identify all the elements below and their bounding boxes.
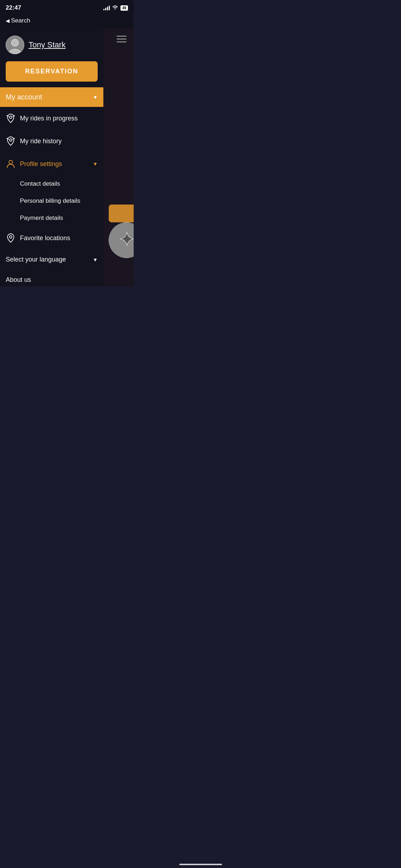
rides-progress-icon [6,113,16,123]
svg-point-1 [11,39,19,46]
rides-in-progress-item[interactable]: My rides in progress [0,107,103,130]
svg-point-5 [14,115,15,116]
about-us-item[interactable]: About us [0,270,103,286]
battery-icon: 49 [120,5,128,11]
profile-section: Tony Stark [0,29,103,60]
contact-details-item[interactable]: Contact details [0,175,103,192]
back-chevron-icon: ◀ [6,18,10,24]
billing-details-item[interactable]: Personal billing details [0,192,103,210]
language-dropdown-icon: ▼ [93,257,98,263]
svg-point-9 [9,160,12,164]
account-dropdown-icon: ▼ [93,94,98,100]
contact-details-label: Contact details [20,180,60,187]
status-time: 22:47 [6,4,21,11]
billing-details-label: Personal billing details [20,197,80,204]
profile-settings-label: Profile settings [20,160,88,168]
rides-progress-label: My rides in progress [20,115,78,122]
nav-bar: ◀ Search [0,14,134,29]
ride-history-item[interactable]: My ride history [0,130,103,153]
back-button[interactable]: ◀ Search [6,17,30,24]
favorite-locations-icon [6,233,16,243]
status-icons: 49 [103,5,128,11]
decorative-circle: ✦ [109,222,134,258]
payment-details-item[interactable]: Payment details [0,210,103,227]
payment-details-label: Payment details [20,215,63,221]
right-orange-button[interactable] [109,205,134,222]
status-bar: 22:47 49 [0,0,134,14]
hamburger-menu[interactable] [117,36,127,42]
back-label: Search [11,17,30,24]
svg-point-4 [7,115,8,116]
svg-point-10 [10,236,12,238]
main-layout: Tony Stark RESERVATION My account ▼ My r… [0,29,134,286]
favorite-locations-label: Favorite locations [20,234,70,242]
profile-settings-dropdown-icon: ▼ [93,161,98,167]
avatar [6,36,24,54]
ride-history-icon [6,136,16,146]
svg-point-3 [10,116,12,119]
favorite-locations-item[interactable]: Favorite locations [0,227,103,249]
ride-history-label: My ride history [20,138,62,145]
about-us-label: About us [6,276,31,283]
reservation-button[interactable]: RESERVATION [6,61,98,82]
account-header-label: My account [6,93,42,101]
svg-point-8 [14,138,15,139]
account-header[interactable]: My account ▼ [0,87,103,107]
language-selector-label: Select your language [6,256,66,263]
language-selector-item[interactable]: Select your language ▼ [0,249,103,270]
sidebar: Tony Stark RESERVATION My account ▼ My r… [0,29,103,286]
svg-point-6 [10,139,12,141]
avatar-image [6,36,24,54]
wifi-icon [112,5,118,11]
right-panel: ✦ [103,29,134,286]
svg-point-7 [7,138,8,139]
signal-icon [103,5,110,10]
svg-text:✦: ✦ [119,230,134,249]
profile-settings-item[interactable]: Profile settings ▼ [0,153,103,175]
user-name[interactable]: Tony Stark [29,40,66,50]
profile-settings-icon [6,159,16,169]
